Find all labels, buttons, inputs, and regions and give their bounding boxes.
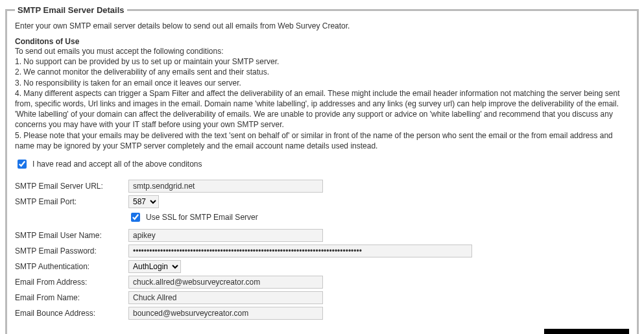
from-name-label: Email From Name: [15,293,128,302]
conditions-line: 5. Please note that your emails may be d… [15,130,629,151]
password-input[interactable] [128,245,472,257]
bounce-input[interactable] [128,307,323,320]
from-name-input[interactable] [128,291,323,304]
user-label: SMTP Email User Name: [15,231,128,240]
conditions-title: Conditons of Use [15,37,629,46]
panel-legend: SMTP Email Server Details [15,5,127,15]
conditions-line: 1. No support can be provided by us to s… [15,56,629,67]
accept-checkbox[interactable] [18,160,27,169]
smtp-panel: SMTP Email Server Details Enter your own… [5,5,639,334]
bounce-label: Email Bounce Address: [15,309,128,318]
conditions-line: 4. Many different aspects can trigger a … [15,88,629,130]
intro-text: Enter your own SMTP email server details… [15,21,629,30]
auth-label: SMTP Authentication: [15,262,128,271]
server-url-input[interactable] [128,180,323,193]
conditions-text: To send out emails you must accept the f… [15,46,629,151]
port-label: SMTP Email Port: [15,197,128,206]
ssl-label: Use SSL for SMTP Email Server [146,213,258,222]
accept-label: I have read and accept all of the above … [32,160,202,169]
conditions-line: 2. We cannot monitor the deliverability … [15,67,629,77]
from-addr-label: Email From Address: [15,278,128,287]
port-select[interactable]: 587 [128,195,159,208]
server-url-label: SMTP Email Server URL: [15,182,128,191]
conditions-line: 3. No responsibility is taken for an ema… [15,78,629,88]
ssl-checkbox[interactable] [131,213,140,222]
auth-select[interactable]: AuthLogin [128,260,181,273]
conditions-line: To send out emails you must accept the f… [15,46,629,56]
send-test-button[interactable]: Send Test Email [544,329,629,334]
from-addr-input[interactable] [128,276,323,289]
password-label: SMTP Email Password: [15,246,128,256]
user-input[interactable] [128,229,323,242]
